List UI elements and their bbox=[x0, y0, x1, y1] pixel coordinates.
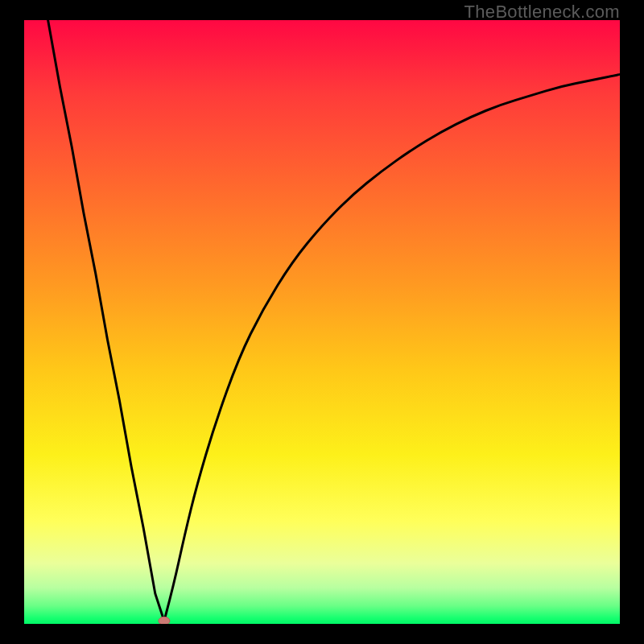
plot-area bbox=[24, 20, 620, 624]
curve-svg bbox=[24, 20, 620, 624]
curve-right-branch bbox=[164, 75, 620, 621]
optimal-marker bbox=[159, 617, 170, 624]
curve-left-branch bbox=[48, 20, 164, 621]
chart-frame: TheBottleneck.com bbox=[0, 0, 644, 644]
